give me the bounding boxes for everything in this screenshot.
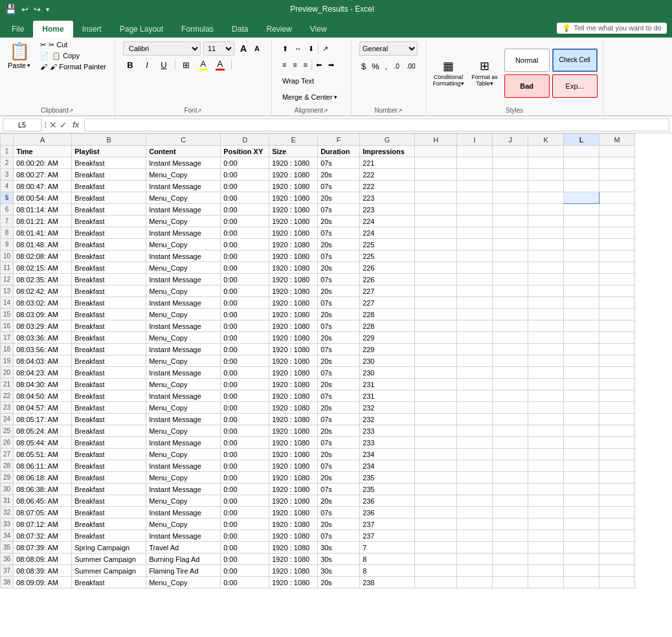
cell-M22[interactable]: [599, 390, 635, 402]
cell-F7[interactable]: 20s: [318, 216, 360, 227]
cell-E31[interactable]: 1920 : 1080: [269, 495, 318, 507]
cell-M24[interactable]: [599, 414, 635, 425]
cell-D17[interactable]: 0:00: [221, 332, 269, 344]
cell-J32[interactable]: [493, 507, 528, 519]
cell-E30[interactable]: 1920 : 1080: [269, 484, 318, 495]
cell-J28[interactable]: [493, 460, 528, 472]
cell-D36[interactable]: 0:00: [221, 553, 269, 565]
cell-H38[interactable]: [415, 577, 457, 588]
cell-D19[interactable]: 0:00: [221, 355, 269, 367]
cell-D25[interactable]: 0:00: [221, 425, 269, 437]
cell-H5[interactable]: [415, 192, 457, 204]
cell-L7[interactable]: [564, 216, 599, 227]
cell-L15[interactable]: [564, 309, 599, 320]
cell-C31[interactable]: Menu_Copy: [146, 495, 221, 507]
cell-D28[interactable]: 0:00: [221, 460, 269, 472]
cell-L10[interactable]: [564, 251, 599, 262]
cell-H9[interactable]: [415, 239, 457, 251]
cell-D7[interactable]: 0:00: [221, 216, 269, 227]
cell-B4[interactable]: Breakfast: [72, 181, 146, 192]
cell-B9[interactable]: Breakfast: [72, 239, 146, 251]
cell-I20[interactable]: [457, 367, 493, 379]
cell-K36[interactable]: [528, 553, 564, 565]
cell-F27[interactable]: 20s: [318, 449, 360, 460]
cell-C27[interactable]: Menu_Copy: [146, 449, 221, 460]
cell-D20[interactable]: 0:00: [221, 367, 269, 379]
cell-E22[interactable]: 1920 : 1080: [269, 390, 318, 402]
cell-C37[interactable]: Flaming Tire Ad: [146, 565, 221, 577]
cell-J16[interactable]: [493, 320, 528, 332]
cell-D21[interactable]: 0:00: [221, 379, 269, 390]
italic-button[interactable]: I: [140, 58, 154, 72]
cell-H13[interactable]: [415, 285, 457, 297]
cell-H7[interactable]: [415, 216, 457, 227]
cell-K34[interactable]: [528, 530, 564, 542]
tab-home[interactable]: Home: [33, 21, 73, 38]
cell-K29[interactable]: [528, 472, 564, 484]
paste-button[interactable]: 📋 Paste ▾: [4, 40, 34, 71]
cell-I2[interactable]: [457, 157, 493, 169]
cell-M25[interactable]: [599, 425, 635, 437]
increase-decimal-button[interactable]: .0: [391, 59, 401, 73]
cell-M17[interactable]: [599, 332, 635, 344]
cell-E34[interactable]: 1920 : 1080: [269, 530, 318, 542]
cell-D5[interactable]: 0:00: [221, 192, 269, 204]
cell-L8[interactable]: [564, 227, 599, 239]
cell-B12[interactable]: Breakfast: [72, 274, 146, 285]
cell-F6[interactable]: 07s: [318, 204, 360, 216]
cell-H33[interactable]: [415, 519, 457, 530]
cell-K31[interactable]: [528, 495, 564, 507]
cell-C11[interactable]: Menu_Copy: [146, 262, 221, 274]
cell-H21[interactable]: [415, 379, 457, 390]
cell-D26[interactable]: 0:00: [221, 437, 269, 449]
cell-E11[interactable]: 1920 : 1080: [269, 262, 318, 274]
cell-E17[interactable]: 1920 : 1080: [269, 332, 318, 344]
cell-F33[interactable]: 20s: [318, 519, 360, 530]
cell-D31[interactable]: 0:00: [221, 495, 269, 507]
cell-I36[interactable]: [457, 553, 493, 565]
cell-L6[interactable]: [564, 204, 599, 216]
cell-I27[interactable]: [457, 449, 493, 460]
cell-C7[interactable]: Menu_Copy: [146, 216, 221, 227]
cell-H1[interactable]: [415, 146, 457, 157]
cell-C30[interactable]: Instant Message: [146, 484, 221, 495]
cell-A12[interactable]: 08:02:35: AM: [14, 274, 72, 285]
cell-C38[interactable]: Menu_Copy: [146, 577, 221, 588]
cell-A30[interactable]: 08:06:38: AM: [14, 484, 72, 495]
tab-review[interactable]: Review: [257, 21, 300, 38]
cell-L21[interactable]: [564, 379, 599, 390]
merge-center-button[interactable]: Merge & Center ▾: [280, 90, 340, 104]
cell-G21[interactable]: 231: [360, 379, 415, 390]
cell-I18[interactable]: [457, 344, 493, 355]
cell-K8[interactable]: [528, 227, 564, 239]
cell-F3[interactable]: 20s: [318, 169, 360, 181]
cell-D3[interactable]: 0:00: [221, 169, 269, 181]
cell-E23[interactable]: 1920 : 1080: [269, 402, 318, 414]
col-header-G[interactable]: G: [360, 134, 415, 146]
row-number-19[interactable]: 19: [1, 355, 14, 367]
row-number-16[interactable]: 16: [1, 320, 14, 332]
cell-I28[interactable]: [457, 460, 493, 472]
cell-L23[interactable]: [564, 402, 599, 414]
cell-J8[interactable]: [493, 227, 528, 239]
cell-A21[interactable]: 08:04:30: AM: [14, 379, 72, 390]
cell-H29[interactable]: [415, 472, 457, 484]
cell-K4[interactable]: [528, 181, 564, 192]
cell-G13[interactable]: 227: [360, 285, 415, 297]
cell-G4[interactable]: 222: [360, 181, 415, 192]
row-number-36[interactable]: 36: [1, 553, 14, 565]
cell-B36[interactable]: Summer Campaign: [72, 553, 146, 565]
cell-H36[interactable]: [415, 553, 457, 565]
cell-B37[interactable]: Summer Campaign: [72, 565, 146, 577]
cell-F11[interactable]: 20s: [318, 262, 360, 274]
cell-L4[interactable]: [564, 181, 599, 192]
cell-E32[interactable]: 1920 : 1080: [269, 507, 318, 519]
cell-G7[interactable]: 224: [360, 216, 415, 227]
tab-data[interactable]: Data: [223, 21, 257, 38]
cell-L28[interactable]: [564, 460, 599, 472]
check-cell-style-button[interactable]: Check Cell: [552, 49, 598, 72]
cell-J30[interactable]: [493, 484, 528, 495]
row-number-12[interactable]: 12: [1, 274, 14, 285]
cell-H32[interactable]: [415, 507, 457, 519]
cell-K1[interactable]: [528, 146, 564, 157]
